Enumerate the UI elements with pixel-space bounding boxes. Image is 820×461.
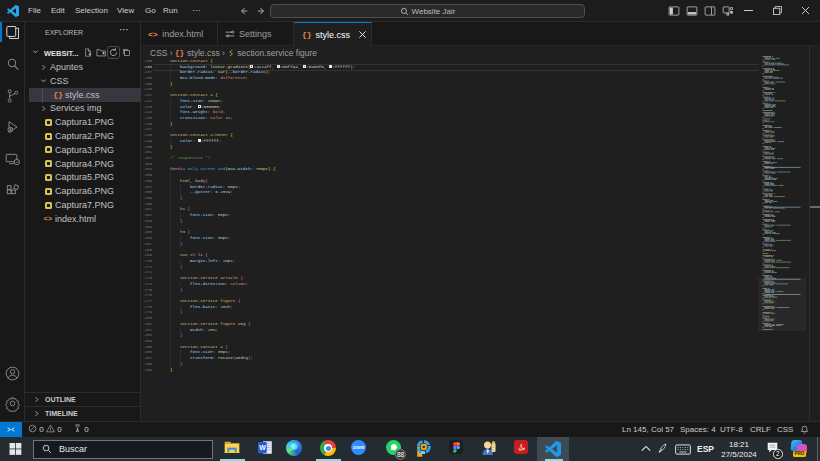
svg-text:W: W: [259, 444, 266, 451]
